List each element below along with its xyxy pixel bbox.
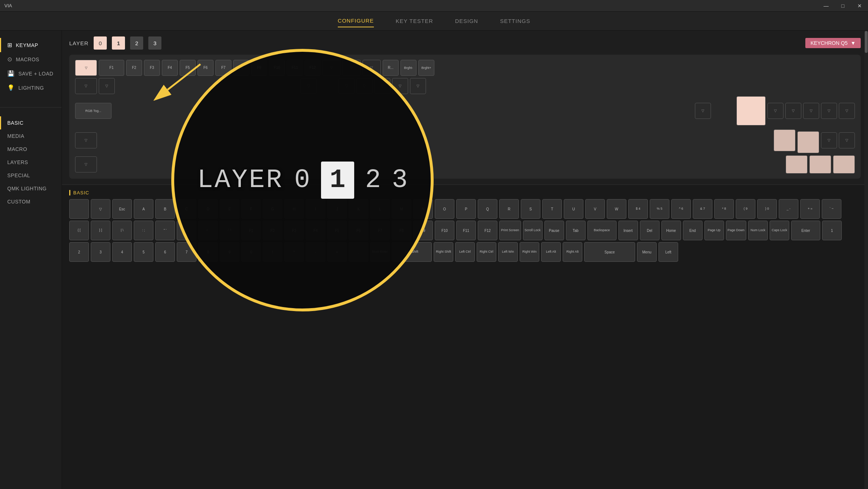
sidebar-item-qmk-lighting[interactable]: QMK LIGHTING bbox=[0, 182, 62, 195]
picker-key-3[interactable]: 3 bbox=[91, 242, 110, 262]
picker-key-left-win[interactable]: Left Win bbox=[498, 242, 518, 262]
picker-key-percent[interactable]: % 5 bbox=[650, 199, 669, 219]
picker-key-f2[interactable]: F2 bbox=[263, 221, 282, 240]
sidebar-item-keymap[interactable]: ⊞ KEYMAP bbox=[0, 38, 62, 52]
key-f4[interactable]: F4 bbox=[162, 60, 178, 76]
picker-key-caps-lock[interactable]: Caps Lock bbox=[770, 221, 789, 240]
picker-key-i[interactable]: I bbox=[306, 199, 325, 219]
picker-key-c[interactable]: C bbox=[177, 199, 196, 219]
picker-key-right-win[interactable]: Right Win bbox=[520, 242, 539, 262]
picker-key-right-shift[interactable]: Right Shift bbox=[434, 242, 453, 262]
key-brght-minus[interactable]: Brght- bbox=[400, 60, 417, 76]
picker-key-scroll-lock[interactable]: Scroll Lock bbox=[523, 221, 543, 240]
picker-key-j[interactable]: J bbox=[327, 199, 347, 219]
key-f2[interactable]: F2 bbox=[126, 60, 142, 76]
picker-key-f5[interactable]: F5 bbox=[327, 221, 347, 240]
picker-key-right-alt[interactable]: Right Alt bbox=[563, 242, 582, 262]
sidebar-item-custom[interactable]: CUSTOM bbox=[0, 195, 62, 208]
picker-key-backtick[interactable]: ` ~ bbox=[822, 199, 841, 219]
layer-btn-1[interactable]: 1 bbox=[112, 36, 125, 50]
picker-key-f1[interactable]: F1 bbox=[241, 221, 261, 240]
key-brght-plus[interactable]: Brght+ bbox=[418, 60, 434, 76]
sidebar-item-basic[interactable]: BASIC bbox=[0, 116, 62, 129]
key-t4-3[interactable]: ▽ bbox=[839, 132, 855, 148]
maximize-button[interactable]: □ bbox=[834, 0, 851, 12]
scrollbar[interactable] bbox=[864, 31, 868, 489]
picker-key-f6[interactable]: F6 bbox=[349, 221, 368, 240]
picker-key-backspace[interactable]: Backspace bbox=[587, 221, 617, 240]
picker-key-q[interactable]: Q bbox=[478, 199, 497, 219]
key-f12[interactable]: F12 bbox=[305, 60, 321, 76]
picker-key-8[interactable]: 8 bbox=[198, 242, 218, 262]
picker-key-f10[interactable]: F10 bbox=[435, 221, 454, 240]
key-layer[interactable]: ▽ bbox=[75, 60, 97, 76]
picker-key-home[interactable]: Home bbox=[661, 221, 681, 240]
picker-key-h[interactable]: H bbox=[284, 199, 304, 219]
picker-key-t[interactable]: T bbox=[542, 199, 562, 219]
picker-key-f9[interactable]: F9 bbox=[413, 221, 433, 240]
key-f9[interactable]: F9 bbox=[251, 60, 267, 76]
picker-key-s[interactable]: S bbox=[521, 199, 540, 219]
picker-key-f3[interactable]: F3 bbox=[284, 221, 304, 240]
picker-key-asterisk[interactable]: * 8 bbox=[714, 199, 734, 219]
picker-key-r[interactable]: R bbox=[499, 199, 519, 219]
picker-key-num-lock[interactable]: Num Lock bbox=[748, 221, 768, 240]
key-f8[interactable]: F8 bbox=[233, 60, 249, 76]
picker-key-v[interactable]: V bbox=[585, 199, 605, 219]
sidebar-item-layers[interactable]: LAYERS bbox=[0, 156, 62, 169]
picker-key-num-enter[interactable]: Num Enter bbox=[370, 242, 390, 262]
key-f10[interactable]: F10 bbox=[269, 60, 285, 76]
picker-key-f11[interactable]: F11 bbox=[456, 221, 476, 240]
key-t3-6[interactable]: ▽ bbox=[839, 103, 855, 119]
picker-key-right-ctrl[interactable]: Right Ctrl bbox=[477, 242, 496, 262]
picker-key-rparen[interactable]: ) 0 bbox=[757, 199, 777, 219]
key-t2-6[interactable]: ▽ bbox=[374, 78, 390, 94]
picker-key-l[interactable]: L bbox=[370, 199, 390, 219]
picker-key-numstar[interactable]: * bbox=[284, 242, 304, 262]
picker-key-page-up[interactable]: Page Up bbox=[704, 221, 724, 240]
key-hl5[interactable] bbox=[809, 155, 831, 174]
picker-key-left-alt[interactable]: Left Alt bbox=[541, 242, 561, 262]
picker-key-4[interactable]: 4 bbox=[112, 242, 132, 262]
picker-key-insert[interactable]: Insert bbox=[618, 221, 638, 240]
picker-key-a[interactable]: A bbox=[134, 199, 153, 219]
picker-key-f12[interactable]: F12 bbox=[478, 221, 497, 240]
key-hl1[interactable] bbox=[736, 96, 766, 125]
picker-key-5[interactable]: 5 bbox=[134, 242, 153, 262]
picker-key-f[interactable]: F bbox=[241, 199, 261, 219]
key-t2-2[interactable]: ▽ bbox=[99, 78, 115, 94]
picker-key-pause[interactable]: Pause bbox=[544, 221, 564, 240]
sidebar-item-lighting[interactable]: 💡 LIGHTING bbox=[0, 81, 62, 95]
picker-key-caret[interactable]: ^ 6 bbox=[671, 199, 691, 219]
picker-key-left[interactable]: Left bbox=[658, 242, 678, 262]
picker-key-f4[interactable]: F4 bbox=[306, 221, 325, 240]
picker-key-2[interactable]: 2 bbox=[69, 242, 89, 262]
key-f11[interactable]: F11 bbox=[287, 60, 303, 76]
key-f3[interactable]: F3 bbox=[144, 60, 160, 76]
picker-key-esc[interactable]: Esc bbox=[112, 199, 132, 219]
picker-key-pipe[interactable]: | \ bbox=[112, 221, 132, 240]
key-transparent-1[interactable]: ▽ bbox=[322, 60, 341, 76]
picker-key-enter[interactable]: Enter bbox=[791, 221, 820, 240]
keychron-select[interactable]: KEYCHRON Q5 ▼ bbox=[805, 38, 861, 48]
key-transparent-2[interactable]: ▽ bbox=[343, 60, 361, 76]
picker-key-page-down[interactable]: Page Down bbox=[726, 221, 747, 240]
picker-key-u[interactable]: U bbox=[564, 199, 583, 219]
key-t3-3[interactable]: ▽ bbox=[785, 103, 801, 119]
key-t3-2[interactable]: ▽ bbox=[767, 103, 783, 119]
picker-key-dollar[interactable]: $ 4 bbox=[628, 199, 648, 219]
picker-key-quote[interactable]: " ' bbox=[155, 221, 175, 240]
picker-key-slash[interactable]: / ? bbox=[220, 221, 239, 240]
picker-key-tab[interactable]: Tab bbox=[566, 221, 586, 240]
picker-key-e[interactable]: E bbox=[220, 199, 239, 219]
picker-key-f8[interactable]: F8 bbox=[392, 221, 411, 240]
picker-key-numplus[interactable]: + bbox=[327, 242, 347, 262]
picker-key-g[interactable]: G bbox=[263, 199, 282, 219]
key-hl4[interactable] bbox=[786, 155, 808, 174]
key-f1[interactable]: F1 bbox=[99, 60, 124, 76]
picker-key-b[interactable]: B bbox=[155, 199, 175, 219]
key-t2-3[interactable]: ▽ bbox=[301, 78, 317, 94]
picker-key-d[interactable]: D bbox=[198, 199, 218, 219]
key-t2-5[interactable]: ▽ bbox=[356, 78, 372, 94]
key-rgb-toggle[interactable]: RGB Tog... bbox=[75, 103, 112, 119]
